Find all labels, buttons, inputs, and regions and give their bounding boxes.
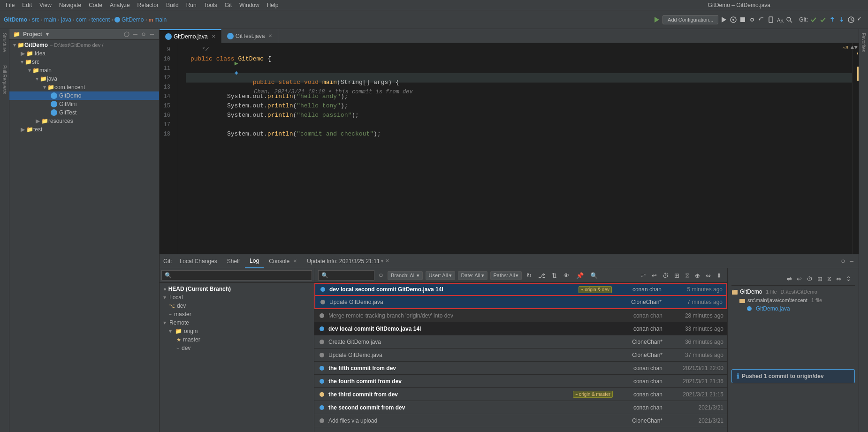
menu-analyze[interactable]: Analyze [106, 2, 134, 8]
git-diff-icon[interactable]: ⇌ [639, 271, 648, 280]
stop-icon[interactable] [739, 16, 746, 23]
translate-icon[interactable]: A文 [777, 16, 784, 23]
bottom-settings-icon[interactable] [840, 258, 846, 265]
git-right-columns-icon[interactable]: ⊞ [815, 274, 824, 283]
tree-java[interactable]: ▾ 📁 java [9, 75, 159, 83]
bookmark-icon[interactable] [767, 16, 775, 23]
structure-icon[interactable]: Structure [1, 31, 8, 54]
tree-test[interactable]: ▶ 📁 test [9, 125, 159, 134]
update-info-close[interactable]: ✕ [385, 258, 389, 264]
tab-gittest-close[interactable]: ✕ [268, 33, 272, 38]
date-filter[interactable]: Date: All ▾ [458, 271, 487, 280]
git-filter2-icon[interactable]: ⧖ [683, 271, 691, 280]
update-info-dropdown[interactable]: ▾ [381, 258, 383, 264]
breadcrumb-java[interactable]: java [61, 16, 71, 23]
git-sort-icon[interactable]: ⇅ [550, 271, 559, 280]
branch-filter[interactable]: Branch: All ▾ [388, 271, 423, 280]
commit-row-4[interactable]: Create GitDemo.java CloneChan* 36 minute… [314, 335, 727, 349]
tab-local-changes[interactable]: Local Changes [175, 254, 222, 268]
menu-git[interactable]: Git [221, 2, 236, 8]
console-close-icon[interactable]: ✕ [293, 258, 297, 264]
git-history-icon[interactable] [847, 16, 855, 23]
breadcrumb-gitdemo-class[interactable]: GitDemo [114, 16, 144, 23]
git-local-master[interactable]: ⌁ master [160, 310, 314, 318]
git-right-expand-icon[interactable]: ⇔ [834, 274, 843, 283]
tab-shelf[interactable]: Shelf [222, 254, 245, 268]
git-head-branch[interactable]: ● HEAD (Current Branch) [160, 285, 314, 293]
menu-refactor[interactable]: Refactor [134, 2, 162, 8]
git-remote-origin[interactable]: ▾ 📁 origin [160, 327, 314, 335]
git-local-group[interactable]: ▾ Local [160, 293, 314, 302]
git-refresh-icon[interactable]: ↻ [525, 271, 533, 280]
favorites-icon[interactable]: Favorites [860, 31, 867, 54]
commit-row-0[interactable]: dev local second commit GitDemo.java 14l… [314, 283, 727, 296]
git-undo2-icon[interactable]: ↩ [650, 271, 659, 280]
tree-resources[interactable]: ▶ 📁 resources [9, 117, 159, 125]
breadcrumb-tencent[interactable]: tencent [91, 16, 110, 23]
menu-code[interactable]: Code [85, 2, 106, 8]
project-settings-icon[interactable] [140, 31, 147, 38]
menu-run[interactable]: Run [183, 2, 200, 8]
git-right-diff-icon[interactable]: ⇌ [785, 274, 794, 283]
menu-file[interactable]: File [2, 2, 18, 8]
git-branch-search-input[interactable] [161, 270, 312, 280]
search-everywhere-icon[interactable] [786, 16, 793, 23]
commit-row-5[interactable]: Update GitDemo.java CloneChan* 37 minute… [314, 349, 727, 362]
tab-log[interactable]: Log [245, 254, 264, 268]
debug-icon[interactable] [730, 16, 737, 23]
play-icon[interactable] [720, 16, 728, 23]
commit-row-2[interactable]: Merge remote-tracking branch 'origin/dev… [314, 309, 727, 322]
paths-filter[interactable]: Paths: All ▾ [490, 271, 522, 280]
tab-gitdemo-close[interactable]: ✕ [212, 34, 215, 39]
pull-requests-icon[interactable]: Pull Requests [1, 63, 8, 96]
tree-com-tencent[interactable]: ▾ 📁 com.tencent [9, 83, 159, 91]
settings-icon[interactable] [748, 16, 756, 23]
git-check-icon[interactable] [810, 16, 817, 23]
tree-gitmini-class[interactable]: GitMini [9, 100, 159, 108]
git-right-clock-icon[interactable]: ⏱ [805, 274, 815, 283]
tab-gittest[interactable]: GitTest.java ✕ [221, 29, 279, 43]
git-check2-icon[interactable] [819, 16, 827, 23]
menu-edit[interactable]: Edit [18, 2, 36, 8]
git-remote-master[interactable]: ★ master [160, 335, 314, 344]
git-eye-icon[interactable]: 👁 [562, 271, 571, 280]
tab-gitdemo[interactable]: GitDemo.java ✕ [160, 29, 221, 43]
git-columns-icon[interactable]: ⊞ [672, 271, 681, 280]
commit-row-6[interactable]: the fifth commit from dev conan chan 202… [314, 362, 727, 375]
git-remote-dev[interactable]: ⌁ dev [160, 344, 314, 352]
git-branch-icon[interactable]: ⎇ [536, 271, 547, 280]
git-pull-icon[interactable] [838, 16, 845, 23]
git-merge-icon[interactable]: ⊕ [693, 271, 702, 280]
run-green-icon[interactable] [653, 16, 661, 23]
tree-idea[interactable]: ▶ 📁 .idea [9, 49, 159, 58]
tree-gittest-class[interactable]: GitTest [9, 108, 159, 117]
menu-build[interactable]: Build [162, 2, 183, 8]
menu-help[interactable]: Help [263, 2, 282, 8]
add-configuration-button[interactable]: Add Configuration... [662, 15, 718, 24]
commit-row-10[interactable]: Add files via upload CloneChan* 2021/3/2… [314, 414, 727, 427]
tree-root[interactable]: ▾ 📁 GitDemo – D:\test\GitDemo dev / [9, 41, 159, 49]
git-right-gitdemo-java[interactable]: J GitDemo.java [731, 304, 855, 313]
menu-view[interactable]: View [36, 2, 55, 8]
project-collapse-icon[interactable] [132, 31, 138, 38]
breadcrumb-main[interactable]: main [44, 16, 56, 23]
git-right-undo-icon[interactable]: ↩ [795, 274, 804, 283]
tab-console[interactable]: Console✕ [264, 254, 302, 268]
git-settings-icon[interactable] [377, 272, 385, 279]
git-right-collapse-icon[interactable]: ⇕ [844, 274, 853, 283]
git-collapse-icon[interactable]: ⇕ [715, 271, 723, 280]
commit-row-1[interactable]: Update GitDemo.java CloneChan* 7 minutes… [314, 296, 727, 309]
commit-row-9[interactable]: the second commit from dev conan chan 20… [314, 401, 727, 414]
git-commit-search[interactable] [318, 270, 374, 280]
git-expand-icon[interactable]: ⇔ [704, 271, 713, 280]
undo-icon[interactable] [758, 16, 765, 23]
commit-row-3[interactable]: dev local commit GitDemo.java 14l conan … [314, 322, 727, 335]
tree-main[interactable]: ▾ 📁 main [9, 66, 159, 75]
git-search2-icon[interactable]: 🔍 [588, 271, 600, 280]
breadcrumb-com[interactable]: com [76, 16, 87, 23]
git-right-filter-icon[interactable]: ⧖ [825, 274, 833, 283]
git-push-icon[interactable] [829, 16, 836, 23]
project-scroll-icon[interactable] [123, 31, 130, 38]
menu-window[interactable]: Window [236, 2, 263, 8]
git-pin-icon[interactable]: 📌 [574, 271, 586, 280]
